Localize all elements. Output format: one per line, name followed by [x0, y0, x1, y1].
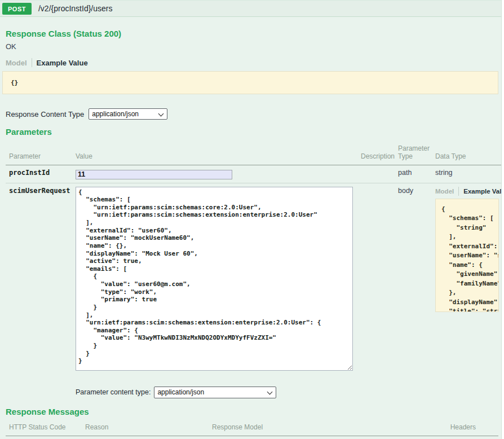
param-type-path: path: [395, 165, 432, 183]
col-header-http-status-code: HTTP Status Code: [6, 416, 82, 436]
parameters-heading: Parameters: [6, 127, 498, 137]
response-class-status-text: OK: [6, 42, 498, 51]
param-value-cell: [72, 165, 357, 183]
tab-example-value[interactable]: Example Value: [459, 188, 504, 195]
response-messages-heading: Response Messages: [6, 407, 498, 416]
col-header-parameter-type: Parameter Type: [395, 137, 432, 165]
col-header-headers: Headers: [440, 416, 498, 436]
response-class-tabs: Model Example Value: [6, 58, 498, 67]
body-schema-cell: Model Example Value { "schemas": [ "stri…: [432, 183, 504, 376]
param-name-scimuserrequest: scimUserRequest: [6, 183, 72, 376]
response-headers-cell: [440, 436, 498, 439]
parameter-content-type-select-wrap: application/json: [151, 387, 276, 398]
operation-content: Response Class (Status 200) OK Model Exa…: [0, 29, 504, 439]
response-example-snippet: {}: [2, 71, 498, 94]
body-param-description-cell: [357, 183, 395, 376]
response-status-code: 201: [6, 436, 82, 439]
col-header-value: Value: [72, 137, 357, 165]
response-class-heading: Response Class (Status 200): [6, 29, 498, 38]
scimuserrequest-textarea[interactable]: { "schemas": [ "urn:ietf:params:scim:sch…: [76, 187, 353, 371]
parameter-content-type-label: Parameter content type:: [76, 388, 151, 396]
col-header-reason: Reason: [82, 416, 209, 436]
body-schema-example-snippet: { "schemas": [ "string" ], "externalId":…: [435, 199, 499, 312]
response-content-type-select-wrap: application/json: [84, 108, 167, 120]
response-messages-table: HTTP Status Code Reason Response Model H…: [6, 416, 498, 439]
response-content-type-label: Response Content Type: [6, 110, 84, 118]
page-right-gutter: [501, 0, 504, 439]
http-method-badge[interactable]: POST: [2, 3, 32, 15]
endpoint-path[interactable]: /v2/{procInstId}/users: [38, 4, 113, 13]
procinstid-input[interactable]: [76, 170, 232, 179]
col-header-description: Description: [357, 137, 395, 165]
parameters-table: Parameter Value Description Parameter Ty…: [6, 137, 498, 376]
tab-model[interactable]: Model: [6, 59, 32, 67]
param-name-procinstid: procInstId: [6, 165, 72, 183]
col-header-response-model: Response Model: [209, 416, 440, 436]
param-type-body: body: [395, 183, 432, 376]
operation-header[interactable]: POST /v2/{procInstId}/users: [0, 0, 504, 17]
col-header-parameter: Parameter: [6, 137, 72, 165]
response-content-type-select[interactable]: application/json: [89, 108, 167, 120]
param-description-cell: [357, 165, 395, 183]
col-header-data-type: Data Type: [432, 137, 504, 165]
tab-example-value[interactable]: Example Value: [32, 59, 88, 67]
response-reason: Creates a new SCIM user: [82, 436, 209, 439]
body-param-value-cell: { "schemas": [ "urn:ietf:params:scim:sch…: [72, 183, 357, 376]
param-data-type-string: string: [432, 165, 504, 183]
body-schema-tabs: Model Example Value: [435, 187, 504, 196]
parameter-content-type-select[interactable]: application/json: [154, 387, 276, 398]
response-model-cell: Model Example Value: [209, 436, 440, 439]
tab-model[interactable]: Model: [435, 188, 458, 195]
